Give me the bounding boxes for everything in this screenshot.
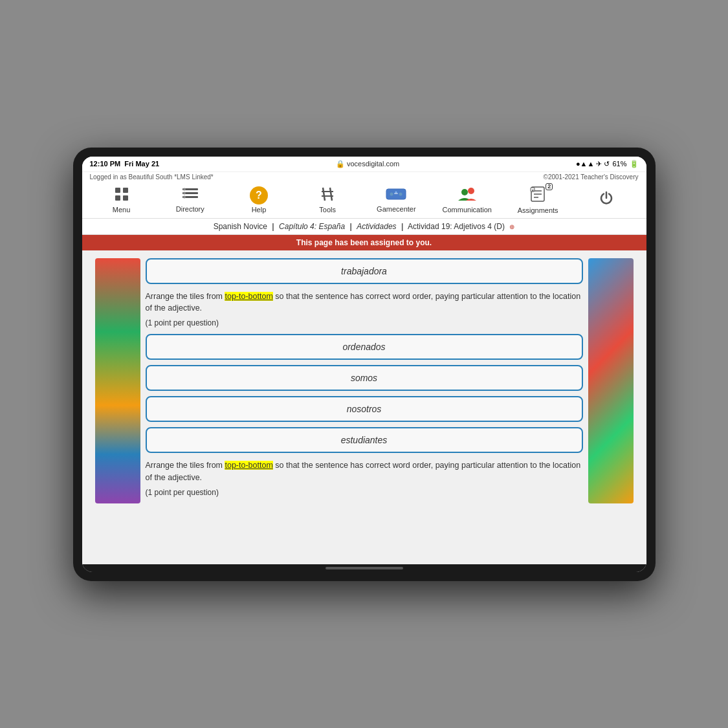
svg-point-9 <box>183 195 186 198</box>
help-icon: ? <box>250 186 268 204</box>
copyright-text: ©2001-2021 Teacher's Discovery <box>544 173 639 181</box>
tablet-device: 12:10 PM Fri May 21 🔒 vocesdigital.com ●… <box>73 148 656 581</box>
svg-point-7 <box>183 188 186 190</box>
svg-line-11 <box>330 188 332 201</box>
tools-icon <box>320 186 335 204</box>
tile-nosotros[interactable]: nosotros <box>146 396 583 422</box>
nav-assignments[interactable]: ★ 2 Assignments <box>515 186 560 214</box>
svg-rect-2 <box>115 195 120 201</box>
assignment-banner-text: This page has been assigned to you. <box>296 238 432 247</box>
content-sides: trabajadora Arrange the tiles from top-t… <box>95 258 634 503</box>
svg-line-10 <box>323 188 325 201</box>
logged-in-text: Logged in as Beautiful South *LMS Linked… <box>90 173 214 181</box>
status-bar: 12:10 PM Fri May 21 🔒 vocesdigital.com ●… <box>82 157 646 172</box>
highlight-top-to-bottom-2: top-to-bottom <box>225 461 272 470</box>
directory-icon <box>182 187 199 204</box>
instructions-1: Arrange the tiles from top-to-bottom so … <box>146 291 583 315</box>
power-icon <box>599 191 613 208</box>
nav-tools[interactable]: Tools <box>305 186 350 214</box>
status-url: 🔒 vocesdigital.com <box>336 160 399 168</box>
nav-communication[interactable]: Communication <box>443 186 492 214</box>
svg-point-20 <box>468 188 474 194</box>
menu-icon <box>114 186 129 204</box>
communication-label: Communication <box>443 206 492 214</box>
tablet-screen: 12:10 PM Fri May 21 🔒 vocesdigital.com ●… <box>82 157 646 572</box>
home-bar[interactable] <box>325 567 403 569</box>
nav-help[interactable]: ? Help <box>236 186 281 214</box>
menu-label: Menu <box>113 206 131 214</box>
breadcrumb-part4: Actividad 19: Adjetivos 4 (D) <box>408 222 505 231</box>
top-area: Logged in as Beautiful South *LMS Linked… <box>82 172 646 219</box>
svg-point-19 <box>461 189 468 195</box>
status-indicators: ●▲▲ ✈ ↺ 61% 🔋 <box>576 160 639 168</box>
right-decorative-image <box>588 258 634 503</box>
left-decorative-image <box>95 258 140 503</box>
breadcrumb-part2: Capítulo 4: España <box>279 222 345 231</box>
nav-menu[interactable]: Menu <box>99 186 144 214</box>
assignments-icon: ★ 2 <box>529 186 546 205</box>
nav-bar: Menu Directory <box>82 182 646 218</box>
home-indicator <box>82 564 646 572</box>
status-time: 12:10 PM Fri May 21 <box>90 160 160 168</box>
svg-point-8 <box>183 192 186 194</box>
assignments-badge: 2 <box>546 183 553 190</box>
assignments-label: Assignments <box>518 206 558 214</box>
instructions-2: Arrange the tiles from top-to-bottom so … <box>146 459 583 484</box>
points-note-1: (1 point per question) <box>146 318 583 327</box>
tools-label: Tools <box>319 206 336 214</box>
svg-rect-18 <box>394 193 398 194</box>
directory-label: Directory <box>176 205 204 213</box>
assignment-banner: This page has been assigned to you. <box>82 235 646 250</box>
svg-rect-0 <box>115 188 120 193</box>
svg-rect-1 <box>123 188 128 193</box>
tile-somos[interactable]: somos <box>146 365 583 391</box>
nav-power[interactable] <box>584 191 629 208</box>
communication-icon <box>457 186 478 204</box>
highlight-top-to-bottom-1: top-to-bottom <box>225 292 272 301</box>
center-content: trabajadora Arrange the tiles from top-t… <box>146 258 583 503</box>
points-note-2: (1 point per question) <box>146 488 583 497</box>
breadcrumb: Spanish Novice | Capítulo 4: España | Ac… <box>82 219 646 235</box>
gamecenter-icon <box>386 187 406 204</box>
help-label: Help <box>252 206 267 214</box>
breadcrumb-part1: Spanish Novice <box>214 222 267 231</box>
svg-point-17 <box>399 192 403 195</box>
breadcrumb-part3: Actividades <box>357 222 396 231</box>
nav-directory[interactable]: Directory <box>168 187 213 213</box>
tile-trabajadora[interactable]: trabajadora <box>146 258 583 284</box>
logged-in-bar: Logged in as Beautiful South *LMS Linked… <box>82 172 646 182</box>
gamecenter-label: Gamecenter <box>377 205 416 213</box>
svg-rect-3 <box>123 195 128 201</box>
tile-estudiantes[interactable]: estudiantes <box>146 427 583 453</box>
tile-ordenados[interactable]: ordenados <box>146 334 583 360</box>
svg-point-15 <box>390 192 393 195</box>
nav-gamecenter[interactable]: Gamecenter <box>373 187 419 213</box>
main-content: trabajadora Arrange the tiles from top-t… <box>82 250 646 564</box>
